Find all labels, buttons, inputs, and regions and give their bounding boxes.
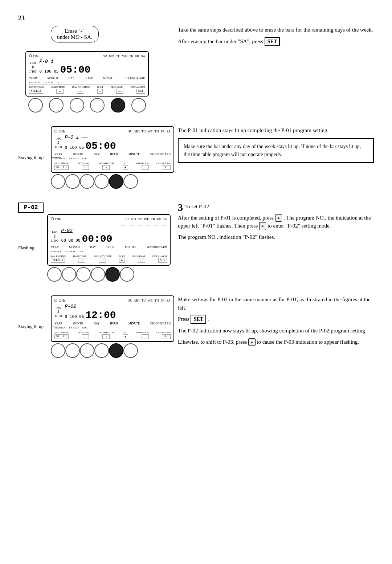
btn-select-1[interactable]: SELECT: [29, 89, 43, 94]
btn-forward-3[interactable]: →: [99, 258, 106, 263]
btn-minus-2[interactable]: —: [142, 165, 149, 170]
section4-right: Make settings for P-02 in the same manne…: [178, 295, 374, 364]
section1-para2: After erasing the bar under "SA", press …: [178, 37, 374, 46]
device-container-2: Staying lit up 12Hr. SUMOTUWETHFRSA 1/60…: [18, 126, 171, 189]
num-time-4: 0 100 06 12:00: [65, 310, 116, 321]
device-display-1: 1/60 ⇕ 1/100 P-0 1 0 100 05 05:00: [29, 59, 145, 75]
btn-forward-4[interactable]: →: [102, 334, 110, 339]
p02-box: P-02: [18, 203, 44, 213]
device-labels-row-2: YEARMONTHDAYHOURMINUTESECOND/CARD: [54, 153, 171, 156]
page: 23 Erase "-" under MO - SA. ↓ 12Hr. SUMO…: [0, 0, 392, 564]
btn-minus-1[interactable]: —: [116, 89, 123, 94]
device-btns-3: PAY ENDINGDATE/TIMEDAY ADV.TIMED.S.TPROG…: [51, 254, 167, 263]
device-sublabels-4: RED/BLKEX.ALMCOL.: [54, 326, 171, 329]
device-days-4: SUMOTUWETHFRSA: [128, 299, 171, 302]
device-btns-4: PAY ENDINGDATE/TIMEDAY ADV.TIMED.S.TPROG…: [54, 330, 171, 339]
circle-1-1: [28, 98, 43, 113]
section3: P-02 Flashing 12Hr. SUMOTUWETHFRSA — — —…: [18, 203, 374, 288]
prog-dash-2: P-0 1 —: [65, 134, 116, 140]
device-sublabels-3: RED/BLKEX.ALMCOL.: [51, 250, 167, 253]
section4-para3: The P-02 indication now stays lit up, sh…: [178, 327, 374, 335]
step3-header: 3 To set P-02: [178, 203, 374, 211]
set-badge-2: SET: [191, 315, 206, 324]
device-days-3: SUMOTUWETHFRSA: [124, 217, 167, 221]
btn-set-2[interactable]: SET: [162, 165, 171, 170]
callout-box-1: Make sure the bar under any day of the w…: [178, 138, 374, 163]
circle-3-3: [76, 267, 91, 282]
device-labels-row-1: YEARMONTHDAYHOURMINUTESECOND/CARD: [29, 77, 145, 80]
device-display-2: 1/60 ⇕ 1/100 P-0 1 — 0 100 05 05:00: [54, 134, 171, 152]
small-nums-4: 0 100 06: [65, 314, 84, 319]
section4-left: Staying lit up 12Hr. SUMOTUWETHFRSA 1/60…: [18, 295, 171, 364]
plus-btn-inline-3[interactable]: +: [248, 338, 255, 346]
callout-text-1: Make sure the bar under any day of the w…: [184, 144, 361, 157]
device-top-row-1: 12Hr. SUMOTUWETHFRSA: [29, 54, 145, 58]
circle-3-5: [105, 267, 120, 282]
btn-minus-4[interactable]: —: [142, 334, 149, 339]
flashing-line: [44, 248, 52, 248]
btn-forward-1[interactable]: →: [77, 89, 84, 94]
section4: Staying lit up 12Hr. SUMOTUWETHFRSA 1/60…: [18, 295, 374, 364]
prog-time-1: P-0 1 0 100 05 05:00: [40, 59, 91, 75]
btn-set-3[interactable]: SET: [158, 258, 167, 263]
prog-time-3: P-02 00 00 00 00:00: [61, 228, 113, 245]
btn-plus-2[interactable]: +: [123, 165, 128, 170]
device-sublabels-1: RED/BLKEX.ALMCOL.: [29, 81, 145, 84]
section1-para1: Take the same steps described above to e…: [178, 26, 374, 34]
staying-line-2: [51, 327, 58, 327]
btn-set-1[interactable]: SET: [136, 89, 145, 94]
device-top-row-4: 12Hr. SUMOTUWETHFRSA: [54, 298, 171, 302]
device-container-4: Staying lit up 12Hr. SUMOTUWETHFRSA 1/60…: [18, 295, 171, 358]
num-time-3: 00 00 00 00:00: [61, 233, 113, 245]
circle-1-6: [131, 98, 146, 113]
time-display-3: 00:00: [82, 233, 113, 245]
bar-2: —: [82, 134, 88, 140]
btn-minus-3[interactable]: —: [138, 258, 145, 263]
btn-set-4[interactable]: SET: [162, 334, 171, 339]
section3-para1: After the setting of P-01 is completed, …: [178, 214, 374, 230]
section4-para4: Likewise, to shift to P-03, press + to c…: [178, 338, 374, 346]
plus-btn-inline-2[interactable]: +: [259, 222, 266, 230]
btn-forward-2[interactable]: →: [102, 165, 110, 170]
dash-row-3: — — — — — —: [51, 222, 167, 228]
prog-dash-4: P-02 —: [65, 303, 116, 310]
device-btn-labels-1: PAY ENDINGDATE/TIMEDAY ADV.TIMED.S.TPROG…: [29, 85, 145, 94]
circle-4-6: [123, 343, 138, 358]
counter-1: 1/60 ⇕ 1/100: [29, 61, 37, 73]
btn-back-4[interactable]: ←: [82, 334, 89, 339]
erase-line1: Erase "-": [65, 28, 85, 34]
btn-plus-1[interactable]: +: [97, 89, 103, 94]
section1: Erase "-" under MO - SA. ↓ 12Hr. SUMOTUW…: [18, 26, 374, 119]
time-display-1: 05:00: [60, 64, 91, 75]
num-time-2: 0 100 05 05:00: [65, 140, 116, 152]
counter-4: 1/60 ⇕ 1/100: [54, 306, 62, 318]
btn-select-2[interactable]: SELECT: [54, 165, 69, 170]
small-nums-1: 0 100 05: [40, 69, 59, 74]
plus-btn-inline-1[interactable]: +: [275, 214, 282, 222]
time-display-2: 05:00: [86, 140, 116, 152]
circle-4-5: [109, 343, 123, 358]
circle-2-4: [94, 174, 109, 189]
device-labels-row-4: YEARMONTHDAYHOURMINUTESECOND/CARD: [54, 322, 171, 325]
step-num-3: 3: [178, 203, 183, 213]
btn-select-4[interactable]: SELECT: [54, 334, 69, 339]
circle-1-4: [90, 98, 105, 113]
circle-3-4: [91, 267, 105, 282]
device-sublabels-2: RED/BLKEX.ALMCOL.: [54, 157, 171, 160]
indicator-dot-1: 12Hr.: [29, 54, 40, 58]
btn-plus-4[interactable]: +: [123, 334, 128, 339]
btn-plus-3[interactable]: +: [119, 258, 125, 263]
staying-lit-label-2: Staying lit up: [18, 324, 44, 330]
circles-3: [47, 267, 134, 282]
section1-right: Take the same steps described above to e…: [178, 26, 374, 119]
erase-bubble: Erase "-" under MO - SA.: [51, 26, 99, 42]
btn-back-1[interactable]: ←: [56, 89, 64, 94]
device-display-4: 1/60 ⇕ 1/100 P-02 — 0 100 06 12:00: [54, 303, 171, 321]
btn-select-3[interactable]: SELECT: [51, 258, 65, 263]
btn-back-2[interactable]: ←: [82, 165, 89, 170]
section4-para1: Make settings for P-02 in the same manne…: [178, 295, 374, 312]
small-nums-2: 0 100 05: [65, 145, 84, 150]
step-label-3: To set P-02: [184, 204, 209, 209]
btn-back-3[interactable]: ←: [78, 258, 85, 263]
circle-4-3: [80, 343, 94, 358]
